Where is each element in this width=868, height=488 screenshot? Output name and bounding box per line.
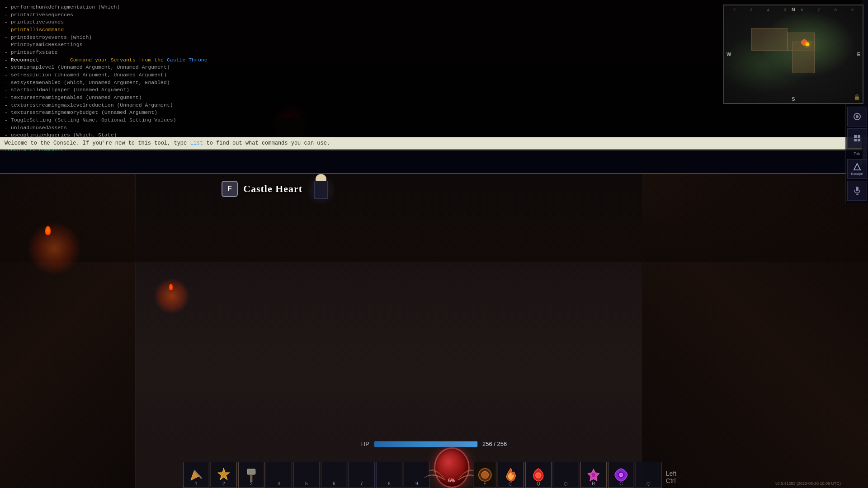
skill-slot-6[interactable]: 6: [321, 462, 347, 488]
escape-button[interactable]: Escape: [847, 159, 867, 179]
svg-point-1: [856, 115, 859, 118]
voice-button[interactable]: [847, 181, 867, 201]
blood-orb: 6%: [434, 447, 470, 488]
hp-label: HP: [361, 441, 369, 447]
panel-icon-2: [853, 134, 862, 143]
player-character: [307, 172, 335, 208]
skill-slot-action-6[interactable]: ⬡: [636, 462, 662, 488]
interact-object-name: Castle Heart: [243, 183, 302, 195]
minimap-west: W: [726, 52, 731, 57]
extra-key-label: Left Ctrl: [666, 470, 685, 484]
slot-number-2: 2: [222, 481, 225, 486]
escape-label: Escape: [851, 172, 863, 176]
minimap-rooms: [724, 5, 863, 103]
console-welcome-bar: Welcome to the Console. If you're new to…: [0, 137, 868, 150]
svg-rect-5: [858, 139, 860, 141]
console-input-area[interactable]: [0, 150, 868, 173]
slot-number-9: 9: [415, 481, 418, 486]
slot-key-q: Q: [537, 481, 540, 486]
welcome-list-link: List: [190, 140, 203, 146]
skill-group-numbered: 1 2 3 4 5 6 7 8 9: [183, 462, 430, 488]
skill-group-action: ⬡ Q ⬡ R: [498, 462, 662, 488]
minimap-canvas: 23456789 N S E W 🔒: [724, 5, 863, 103]
minimap-player-dot: [806, 42, 809, 46]
minimap-room-3: [792, 42, 815, 73]
slot-number-7: 7: [360, 481, 363, 486]
torch-glow-left: [27, 221, 81, 276]
slot-number-5: 5: [305, 481, 308, 486]
slot-key-f: F: [484, 481, 486, 486]
skill-slot-c[interactable]: C: [608, 462, 634, 488]
svg-point-17: [536, 473, 541, 478]
slot-key-c: C: [619, 481, 623, 486]
panel-icon-1: [853, 112, 862, 121]
slot-key-action-6: ⬡: [646, 481, 651, 486]
skill-slot-action-1[interactable]: ⬡: [498, 462, 524, 488]
svg-rect-14: [250, 474, 252, 482]
minimap-east: E: [857, 52, 860, 57]
interact-key-badge: F: [222, 181, 238, 197]
right-panel-btn-1[interactable]: [847, 107, 867, 127]
svg-point-19: [619, 473, 623, 477]
version-info: v0.5.41283 (2023-05-20 10:09 UTC): [775, 481, 841, 486]
slot-key-action-1: ⬡: [509, 481, 513, 486]
slot-number-3: 3: [250, 481, 253, 486]
svg-rect-13: [247, 469, 255, 474]
skill-slot-1[interactable]: 1: [183, 462, 209, 488]
minimap-south: S: [792, 96, 795, 102]
minimap: 23456789 N S E W 🔒: [723, 5, 863, 104]
skill-slot-action-3[interactable]: ⬡: [553, 462, 579, 488]
slot-number-4: 4: [278, 481, 280, 486]
skill-slot-5[interactable]: 5: [293, 462, 320, 488]
svg-point-16: [481, 471, 489, 479]
svg-marker-6: [854, 163, 860, 169]
svg-rect-3: [858, 135, 860, 138]
skill-slot-q[interactable]: Q: [525, 462, 552, 488]
hp-bar-fill: [374, 441, 477, 447]
welcome-text-2: to find out what commands you can use.: [203, 140, 330, 146]
skill-slot-8[interactable]: 8: [376, 462, 402, 488]
escape-icon: [853, 163, 861, 171]
svg-rect-7: [856, 187, 859, 191]
minimap-north: N: [792, 7, 795, 12]
player-body: [314, 181, 328, 199]
tab-label: Tab: [854, 151, 860, 156]
skill-slot-4[interactable]: 4: [266, 462, 292, 488]
torch-glow-right: [154, 278, 190, 314]
right-panel-btn-2[interactable]: [847, 128, 867, 148]
ceiling: [0, 172, 868, 262]
skill-bar: 1 2 3 4 5 6 7 8 9: [183, 447, 685, 488]
welcome-text: Welcome to the Console. If you're new to…: [5, 140, 190, 146]
slot-number-8: 8: [388, 481, 391, 486]
interact-prompt: F Castle Heart: [222, 181, 302, 197]
svg-point-18: [591, 473, 596, 477]
minimap-room-1: [751, 28, 788, 51]
skill-slot-r[interactable]: R: [580, 462, 607, 488]
svg-marker-12: [218, 468, 230, 480]
microphone-icon: [854, 186, 861, 195]
torch-flame-left: [45, 226, 51, 235]
minimap-lock-icon: 🔒: [854, 94, 860, 101]
skill-slot-2[interactable]: 2: [211, 462, 237, 488]
slot-key-action-3: ⬡: [564, 481, 568, 486]
hp-area: HP 256 / 256: [361, 441, 507, 447]
slot-number-6: 6: [333, 481, 335, 486]
svg-rect-2: [854, 135, 857, 138]
svg-rect-4: [854, 139, 857, 141]
hp-value: 256 / 256: [482, 441, 507, 447]
torch-flame-right: [169, 284, 173, 290]
skill-slot-3[interactable]: 3: [238, 462, 264, 488]
hp-bar-container: [374, 441, 478, 447]
extra-key-area: Left Ctrl: [666, 470, 685, 488]
right-panel: Tab Escape: [845, 104, 868, 203]
skill-slot-f[interactable]: F: [473, 462, 496, 488]
slot-number-1: 1: [195, 481, 198, 486]
console-input-field[interactable]: [5, 159, 860, 165]
interact-key-label: F: [227, 185, 232, 193]
slot-key-r: R: [592, 481, 595, 486]
skill-slot-7[interactable]: 7: [349, 462, 375, 488]
